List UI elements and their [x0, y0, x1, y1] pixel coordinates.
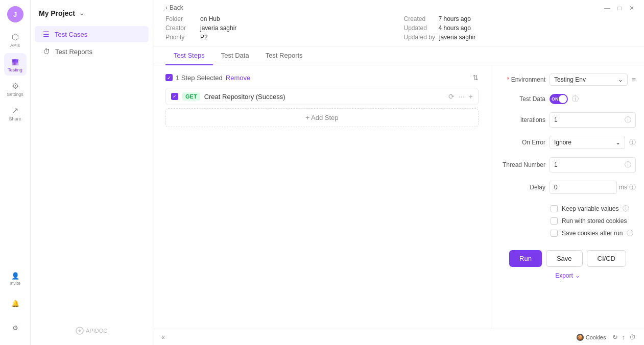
export-link[interactable]: Export ⌄ — [499, 272, 636, 279]
sidebar-item-invite[interactable]: 👤 Invite — [4, 267, 27, 290]
save-cookies-checkbox[interactable] — [551, 230, 558, 237]
keep-variable-info-icon[interactable]: ⓘ — [623, 204, 629, 213]
more-icon[interactable]: ··· — [459, 92, 465, 101]
status-icons: ↻ ↑ ⏱ — [612, 333, 636, 341]
refresh-status-icon[interactable]: ↻ — [612, 333, 618, 341]
apis-icon: ⬡ — [12, 32, 19, 42]
creator-row: Creator javeria saghir — [165, 24, 394, 32]
delay-unit: ms — [619, 184, 627, 191]
nav-item-test-reports-label: Test Reports — [55, 48, 92, 56]
environment-select[interactable]: Testing Env ⌄ — [550, 73, 628, 86]
bell-icon: 🔔 — [11, 300, 19, 307]
bottom-bar: « 🍪 Cookies ↻ ↑ ⏱ — [153, 329, 644, 345]
nav-sidebar: My Project ⌄ ☰ Test Cases ⏱ Test Reports… — [31, 0, 153, 345]
add-step-button[interactable]: + Add Step — [165, 108, 479, 127]
delay-info-icon[interactable]: ⓘ — [629, 183, 636, 192]
updated-value: 4 hours ago — [439, 24, 471, 32]
share-label: Share — [9, 116, 21, 121]
main-content: — □ ✕ ‹ Back Folder on Hub Created 7 hou… — [153, 0, 644, 345]
delay-label: Delay — [499, 184, 545, 191]
nav-sidebar-bottom: APIDOG — [31, 321, 153, 341]
back-link[interactable]: ‹ Back — [165, 4, 632, 11]
run-button[interactable]: Run — [509, 250, 542, 267]
step-name: Creat Repository (Success) — [204, 93, 445, 101]
refresh-icon[interactable]: ⟳ — [448, 92, 455, 101]
export-chevron-icon: ⌄ — [575, 272, 580, 279]
sidebar-item-apis[interactable]: ⬡ APIs — [4, 29, 27, 51]
save-button[interactable]: Save — [546, 250, 583, 267]
selected-count-label: 1 Step Selected — [176, 74, 223, 82]
on-error-select[interactable]: Ignore ⌄ — [550, 136, 625, 149]
settings-icon: ⚙ — [12, 81, 19, 91]
updated-row: Updated 4 hours ago — [404, 24, 632, 32]
nav-item-test-reports[interactable]: ⏱ Test Reports — [35, 43, 149, 60]
remove-link[interactable]: Remove — [226, 74, 250, 82]
invite-label: Invite — [10, 281, 21, 286]
action-buttons: Run Save CI/CD — [499, 250, 636, 267]
upload-status-icon[interactable]: ↑ — [622, 333, 626, 341]
sidebar-item-share[interactable]: ↗ Share — [4, 102, 27, 125]
tab-test-data[interactable]: Test Data — [213, 46, 257, 65]
step-checkbox[interactable]: ✓ — [171, 93, 178, 100]
toggle-label: ON — [552, 96, 559, 102]
keep-variable-checkbox[interactable] — [551, 205, 558, 212]
save-cookies-label: Save cookies after run — [562, 230, 623, 237]
share-icon: ↗ — [12, 106, 18, 115]
gear-icon: ⚙ — [12, 324, 18, 332]
sidebar-item-testing[interactable]: ▦ Testing — [4, 53, 27, 76]
creator-value: javeria saghir — [200, 24, 236, 32]
updated-by-row: Updated by javeria saghir — [404, 34, 632, 41]
on-error-chevron-icon: ⌄ — [615, 139, 621, 146]
add-step-label: + Add Step — [306, 114, 339, 121]
tab-test-reports[interactable]: Test Reports — [257, 46, 311, 65]
on-error-value: Ignore — [554, 139, 571, 146]
list-icon[interactable]: ≡ — [632, 76, 636, 84]
apidog-logo: APIDOG — [76, 327, 108, 335]
settings-label: Settings — [7, 92, 23, 97]
nav-item-test-cases[interactable]: ☰ Test Cases — [35, 26, 149, 42]
on-error-info-icon[interactable]: ⓘ — [629, 138, 636, 147]
sidebar-item-gear[interactable]: ⚙ — [4, 316, 27, 339]
priority-value: P2 — [200, 34, 208, 41]
keep-variable-label: Keep variable values — [562, 205, 618, 212]
test-data-row: Test Data ON ⓘ — [499, 94, 636, 104]
testing-icon: ▦ — [11, 57, 19, 66]
clock-status-icon[interactable]: ⏱ — [629, 333, 636, 341]
select-all-checkbox[interactable]: ✓ — [165, 74, 173, 81]
stored-cookies-checkbox[interactable] — [551, 217, 558, 225]
iterations-info-icon[interactable]: ⓘ — [625, 115, 631, 125]
cookies-label: Cookies — [586, 334, 606, 340]
updated-by-label: Updated by — [404, 34, 435, 41]
environment-row: Environment Testing Env ⌄ ≡ — [499, 73, 636, 86]
tab-test-steps[interactable]: Test Steps — [165, 46, 213, 65]
created-row: Created 7 hours ago — [404, 15, 632, 22]
cookies-badge[interactable]: 🍪 Cookies — [577, 334, 606, 341]
right-panel: Environment Testing Env ⌄ ≡ Test Data ON… — [491, 65, 644, 329]
collapse-button[interactable]: « — [161, 334, 165, 341]
sidebar-item-settings[interactable]: ⚙ Settings — [4, 78, 27, 100]
delay-input[interactable]: 0 — [550, 181, 617, 194]
created-value: 7 hours ago — [439, 15, 471, 22]
thread-number-info-icon[interactable]: ⓘ — [625, 160, 631, 169]
cookies-icon: 🍪 — [577, 334, 584, 341]
steps-toolbar: ✓ 1 Step Selected Remove ⇅ — [165, 73, 479, 82]
steps-selection: ✓ 1 Step Selected Remove — [165, 74, 250, 82]
add-icon[interactable]: + — [469, 92, 473, 101]
content-area: ✓ 1 Step Selected Remove ⇅ ✓ GET Creat R… — [153, 65, 644, 329]
sort-icon[interactable]: ⇅ — [472, 73, 479, 82]
save-cookies-row: Save cookies after run ⓘ — [551, 227, 636, 240]
thread-number-input[interactable]: 1 ⓘ — [550, 157, 636, 172]
bottom-right: 🍪 Cookies ↻ ↑ ⏱ — [577, 333, 636, 341]
created-label: Created — [404, 15, 435, 22]
folder-row: Folder on Hub — [165, 15, 394, 22]
project-chevron-icon[interactable]: ⌄ — [79, 10, 84, 17]
invite-icon: 👤 — [11, 272, 19, 280]
sidebar-item-bell[interactable]: 🔔 — [4, 292, 27, 314]
stored-cookies-label: Run with stored cookies — [562, 217, 627, 225]
save-cookies-info-icon[interactable]: ⓘ — [627, 229, 633, 238]
test-data-info-icon[interactable]: ⓘ — [572, 94, 579, 104]
test-data-toggle[interactable]: ON — [550, 94, 568, 104]
cicd-button[interactable]: CI/CD — [587, 250, 626, 267]
iterations-input[interactable]: 1 ⓘ — [550, 112, 636, 128]
iterations-label: Iterations — [499, 116, 545, 124]
